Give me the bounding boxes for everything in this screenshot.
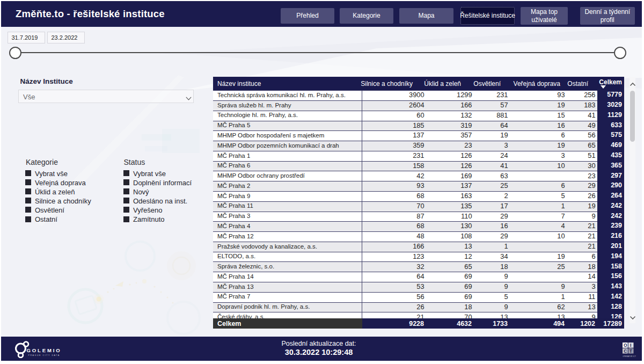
svg-text:C: C <box>624 348 627 354</box>
svg-text:O: O <box>624 343 627 348</box>
svg-text:I: I <box>630 343 631 348</box>
svg-text:T: T <box>630 348 633 354</box>
svg-text:OPERATOR ICT: OPERATOR ICT <box>623 355 636 358</box>
